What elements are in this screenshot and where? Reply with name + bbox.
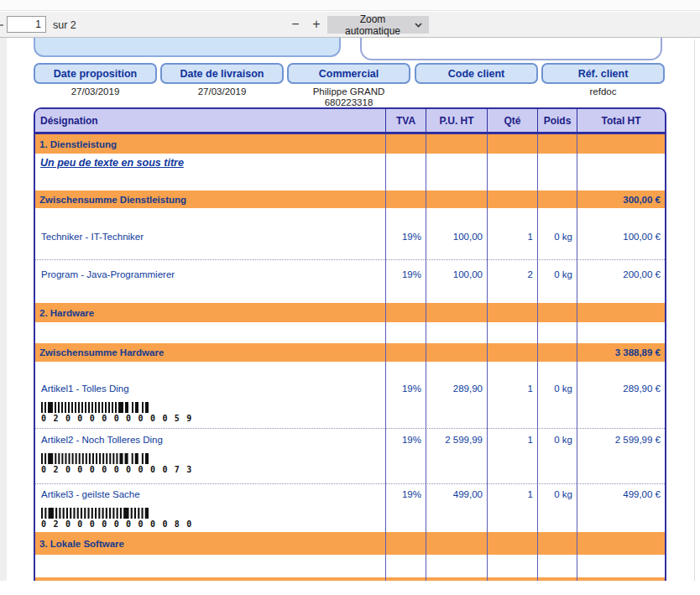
field-value: 27/03/2019 — [34, 86, 157, 97]
table-row: Program - Java-Programmierer19%100,0020 … — [35, 260, 665, 303]
table-cell — [537, 154, 577, 191]
table-cell — [35, 322, 385, 343]
table-cell — [426, 322, 487, 343]
field-label-box: Date proposition — [34, 63, 157, 84]
viewer-gutter — [0, 38, 7, 581]
pdf-viewer-area[interactable]: Date propositionDate de livraisonCommerc… — [0, 38, 700, 595]
subtotal-label: Zwischensumme Dienstleistung — [35, 195, 186, 205]
table-cell — [385, 555, 426, 577]
table-cell — [35, 577, 385, 581]
table-cell — [577, 577, 665, 581]
item-weight: 0 kg — [537, 484, 577, 532]
column-header: Qté — [487, 109, 537, 132]
item-unit-price: 2 599,99 — [426, 429, 487, 484]
item-qty: 1 — [487, 429, 537, 484]
item-unit-price: 100,00 — [426, 208, 487, 260]
table-cell — [426, 343, 487, 362]
table-row: 3. Lokale Software — [35, 532, 665, 555]
table-cell — [537, 555, 577, 577]
item-total: 100,00 € — [577, 208, 665, 260]
table-cell — [537, 532, 577, 555]
field-value: refdoc — [541, 86, 665, 97]
table-row: Artikel2 - Noch Tolleres Ding0 2 0 0 0 0… — [35, 429, 665, 484]
item-weight: 0 kg — [537, 208, 577, 260]
table-row — [35, 555, 665, 577]
field-value: 27/03/2019 — [160, 86, 284, 97]
table-cell — [385, 577, 426, 581]
table-cell — [577, 555, 665, 577]
table-cell: Program - Java-Programmierer — [35, 260, 385, 303]
item-weight: 0 kg — [537, 260, 577, 303]
column-header: TVA — [385, 109, 426, 132]
table-cell — [426, 134, 487, 154]
field-label-box: Commercial — [287, 63, 410, 84]
table-header-row: DésignationTVAP.U. HTQtéPoidsTotal HT — [35, 109, 665, 134]
item-tva: 19% — [385, 260, 426, 303]
address-box-left — [34, 38, 341, 57]
item-tva: 19% — [385, 208, 426, 260]
pdf-toolbar: sur 2 − + Zoom automatique — [0, 12, 700, 38]
table-cell: Zwischensumme Dienstleistung — [35, 191, 385, 208]
item-weight: 0 kg — [537, 429, 577, 484]
item-name: Artikel1 - Tolles Ding — [35, 384, 385, 394]
table-cell — [577, 532, 665, 555]
item-total: 2 599,99 € — [577, 429, 665, 484]
table-cell — [385, 191, 426, 208]
address-box-right — [360, 38, 662, 60]
table-cell — [385, 343, 426, 362]
table-row: Un peu de texte en sous titre — [35, 154, 665, 191]
section-label: 2. Hardware — [35, 308, 94, 318]
table-cell — [385, 303, 426, 322]
item-weight: 0 kg — [537, 362, 577, 429]
item-name: Techniker - IT-Techniker — [35, 232, 385, 242]
zoom-mode-select[interactable]: Zoom automatique — [327, 16, 429, 34]
field-label-box: Réf. client — [541, 63, 665, 84]
zoom-mode-label: Zoom automatique — [334, 13, 411, 37]
item-qty: 1 — [487, 362, 537, 429]
zoom-out-button[interactable]: − — [286, 13, 305, 35]
field-value: Philippe GRAND680223318 — [287, 86, 410, 108]
column-header: P.U. HT — [426, 109, 487, 132]
barcode-digits: 0 2 0 0 0 0 0 0 0 0 0 8 0 — [41, 519, 385, 529]
subtitle-text: Un peu de texte en sous titre — [40, 157, 184, 169]
barcode-digits: 0 2 0 0 0 0 0 0 0 0 0 7 3 — [41, 465, 385, 474]
table-cell — [487, 532, 537, 555]
cropped-toolbar-icon — [0, 24, 3, 26]
table-row: 2. Hardware — [35, 303, 665, 322]
table-cell — [487, 134, 537, 154]
table-body: 1. DienstleistungUn peu de texte en sous… — [35, 134, 665, 581]
barcode: 0 2 0 0 0 0 0 0 0 0 0 5 9 — [41, 402, 385, 423]
table-row: Artikel3 - geilste Sache0 2 0 0 0 0 0 0 … — [35, 484, 665, 532]
table-cell — [487, 303, 537, 322]
table-cell — [487, 191, 537, 208]
column-header: Désignation — [35, 109, 385, 132]
table-cell: 2. Hardware — [35, 303, 385, 322]
table-cell — [487, 555, 537, 577]
table-row: Zwischensumme Hardware3 388,89 € — [35, 343, 665, 362]
table-cell — [385, 134, 426, 154]
table-cell — [426, 154, 487, 191]
table-cell — [537, 577, 577, 581]
table-cell — [577, 134, 665, 154]
subtotal-amount: 300,00 € — [577, 191, 665, 208]
column-header: Poids — [537, 109, 577, 132]
barcode: 0 2 0 0 0 0 0 0 0 0 0 7 3 — [41, 453, 385, 474]
pdf-page: Date propositionDate de livraisonCommerc… — [7, 38, 694, 581]
item-total: 499,00 € — [577, 484, 665, 532]
table-row-clipped — [35, 577, 665, 581]
table-cell — [577, 322, 665, 343]
table-cell: 3. Lokale Software — [35, 532, 385, 555]
column-header: Total HT — [577, 109, 665, 132]
page-right-edge — [694, 39, 695, 581]
zoom-in-button[interactable]: + — [307, 13, 326, 35]
table-cell — [426, 303, 487, 322]
item-unit-price: 289,90 — [426, 362, 487, 429]
item-unit-price: 499,00 — [426, 484, 487, 532]
subtotal-amount: 3 388,89 € — [577, 343, 665, 362]
table-cell: Zwischensumme Hardware — [35, 343, 385, 362]
item-qty: 1 — [487, 208, 537, 260]
item-name: Artikel2 - Noch Tolleres Ding — [35, 435, 385, 445]
proposal-table: DésignationTVAP.U. HTQtéPoidsTotal HT 1.… — [34, 107, 666, 581]
page-number-input[interactable] — [7, 16, 46, 33]
item-qty: 2 — [487, 260, 537, 303]
